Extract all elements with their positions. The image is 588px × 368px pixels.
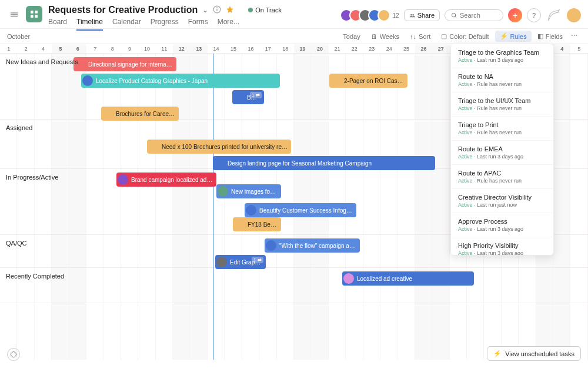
status-pill[interactable]: On Track [248, 6, 282, 14]
date-cell: 2 [17, 44, 34, 53]
tab-board[interactable]: Board [48, 18, 67, 31]
assignee-avatar [216, 257, 227, 267]
date-cell: 23 [363, 44, 380, 53]
task-label: 2-Pager on ROI Case Study [344, 78, 404, 84]
task-bar[interactable]: Brochures for Career Fair [101, 107, 179, 121]
user-avatar[interactable] [567, 8, 581, 22]
rule-meta: Active · Last run 3 days ago [458, 57, 546, 63]
task-label: Beautify Customer Success Infographic [259, 207, 353, 214]
task-bar[interactable]: Directional signage for internal events [74, 57, 176, 71]
task-label: Brand campaign localized ad creative [131, 177, 213, 183]
status-dot-icon [248, 8, 253, 12]
star-icon[interactable] [226, 5, 234, 15]
record-button[interactable] [7, 348, 20, 361]
task-bar[interactable]: Brand campaign localized ad creative [116, 173, 216, 187]
svg-point-6 [217, 7, 218, 8]
task-bar[interactable]: Edit Graph...1 ⇄ [215, 255, 266, 269]
task-bar[interactable]: Need x 100 Brochures printed for univers… [147, 140, 291, 154]
month-label[interactable]: October [7, 33, 337, 40]
project-title: Requests for Creative Production [48, 5, 198, 15]
rules-button[interactable]: ⚡Rules [495, 31, 532, 42]
section-label[interactable]: New Ideas and Requests [6, 58, 78, 65]
sort-button[interactable]: ↑↓Sort [405, 31, 435, 42]
rule-meta: Active · Rule has never run [458, 105, 546, 111]
rule-title: High Priority Visibility [458, 242, 546, 249]
section: Recently CompletedLocalized ad creative [0, 268, 588, 303]
bolt-icon: ⚡ [500, 32, 508, 40]
task-label: "With the flow" campaign assets [279, 243, 356, 249]
rule-item[interactable]: Triage to PrintActive · Rule has never r… [451, 117, 553, 141]
date-cell: 22 [346, 44, 363, 53]
date-cell: 5 [570, 44, 587, 53]
tab-more[interactable]: More... [218, 18, 239, 31]
rule-title: Triage to the Graphics Team [458, 49, 546, 56]
color-button[interactable]: ▢Color: Default [436, 31, 493, 42]
section-label[interactable]: In Progress/Active [6, 174, 58, 181]
rule-item[interactable]: Route to EMEAActive · Last run 3 days ag… [451, 141, 553, 165]
rule-item[interactable]: High Priority VisibilityActive · Last ru… [451, 237, 553, 256]
svg-rect-1 [35, 11, 38, 14]
assignee-avatar [218, 186, 228, 197]
date-cell: 21 [329, 44, 346, 53]
palette-icon: ▢ [441, 32, 447, 40]
tab-forms[interactable]: Forms [188, 18, 208, 31]
rule-title: Route to NA [458, 73, 546, 80]
rule-item[interactable]: Triage to the Graphics TeamActive · Last… [451, 44, 553, 68]
task-bar[interactable]: B...1 ⇄ [232, 90, 264, 104]
task-label: Need x 100 Brochures printed for univers… [162, 144, 288, 150]
more-button[interactable]: ⋯ [567, 31, 581, 42]
date-cell: 9 [121, 44, 138, 53]
assignee-avatar [148, 141, 159, 152]
tab-timeline[interactable]: Timeline [76, 18, 103, 31]
task-bar[interactable]: FY18 Best Of Infographic [233, 217, 281, 231]
date-cell: 7 [86, 44, 103, 53]
task-bar[interactable]: Localized ad creative [342, 271, 474, 286]
svg-rect-0 [31, 11, 34, 14]
date-cell: 16 [242, 44, 259, 53]
task-bar[interactable]: Beautify Customer Success Infographic [245, 203, 356, 217]
share-button[interactable]: Share [404, 9, 440, 21]
svg-point-8 [412, 14, 414, 16]
section-label[interactable]: QA/QC [6, 240, 26, 247]
rule-title: Approve Process [458, 218, 546, 225]
rule-item[interactable]: Route to NAActive · Rule has never run [451, 68, 553, 92]
date-cell: 18 [277, 44, 294, 53]
rule-item[interactable]: Creative Director VisibilityActive · Las… [451, 189, 553, 213]
add-button[interactable]: + [508, 8, 522, 22]
task-bar[interactable]: Design landing page for Seasonal Marketi… [213, 156, 435, 170]
help-button[interactable]: ? [527, 8, 541, 22]
search-box[interactable] [445, 9, 503, 21]
zoom-weeks-button[interactable]: 🗓Weeks [366, 31, 404, 42]
rule-item[interactable]: Route to APACActive · Rule has never run [451, 165, 553, 189]
date-cell: 17 [259, 44, 276, 53]
tab-progress[interactable]: Progress [151, 18, 179, 31]
tabs: BoardTimelineCalendarProgressFormsMore..… [48, 18, 343, 31]
rule-item[interactable]: Approve ProcessActive · Last run 3 days … [451, 213, 553, 237]
section-label[interactable]: Assigned [6, 124, 32, 131]
date-cell: 4 [553, 44, 570, 53]
status-label: On Track [255, 6, 282, 14]
tab-calendar[interactable]: Calendar [112, 18, 141, 31]
member-count: 12 [393, 12, 399, 19]
view-unscheduled-button[interactable]: ⚡ View unscheduled tasks [487, 346, 581, 361]
date-cell: 19 [294, 44, 311, 53]
member-avatars[interactable]: 12 [343, 9, 399, 22]
today-button[interactable]: Today [338, 31, 365, 42]
rule-item[interactable]: Triage to the UI/UX TeamActive · Rule ha… [451, 92, 553, 117]
task-bar[interactable]: Localize Product Catalog Graphics - Japa… [81, 74, 280, 88]
bolt-icon: ⚡ [493, 350, 502, 357]
task-bar[interactable]: New images for Each Regional Office [216, 184, 281, 198]
rule-meta: Active · Rule has never run [458, 130, 546, 135]
fields-button[interactable]: ◧Fields [533, 31, 567, 42]
info-icon[interactable] [213, 5, 221, 15]
menu-toggle[interactable] [7, 7, 21, 21]
sort-icon: ↑↓ [410, 33, 416, 40]
title-chevron-icon[interactable]: ⌄ [202, 6, 208, 14]
svg-point-7 [410, 14, 412, 16]
svg-point-9 [452, 13, 455, 16]
search-input[interactable] [460, 12, 495, 19]
task-bar[interactable]: 2-Pager on ROI Case Study [329, 74, 407, 88]
svg-line-10 [455, 16, 456, 17]
task-bar[interactable]: "With the flow" campaign assets [265, 238, 360, 253]
section-label[interactable]: Recently Completed [6, 273, 64, 280]
